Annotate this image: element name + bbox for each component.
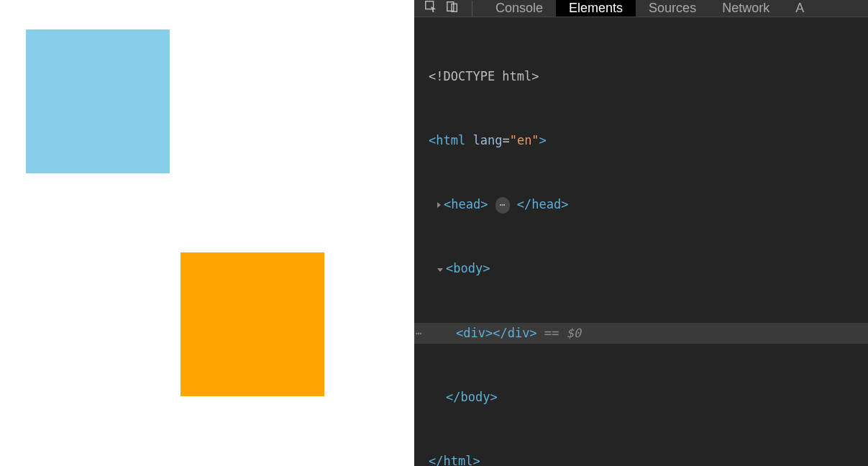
html-close-node[interactable]: </html> <box>414 451 868 466</box>
dom-tree-view[interactable]: <!DOCTYPE html> <html lang="en"> <head> … <box>414 17 868 466</box>
doctype-node[interactable]: <!DOCTYPE html> <box>429 69 539 83</box>
collapsed-ellipsis[interactable]: ⋯ <box>495 197 510 214</box>
inspect-element-icon[interactable] <box>424 0 437 17</box>
toolbar-divider <box>472 1 472 17</box>
expand-icon[interactable] <box>437 202 441 208</box>
box-shadow-projection <box>181 252 324 396</box>
tab-application-partial[interactable]: A <box>782 0 817 17</box>
html-open-node[interactable]: <html lang="en"> <box>414 130 868 152</box>
selected-div-node[interactable]: <div></div> == $0 <box>414 323 868 344</box>
skyblue-div <box>26 29 170 173</box>
head-node[interactable]: <head> ⋯ </head> <box>414 194 868 216</box>
device-toolbar-icon[interactable] <box>446 0 459 17</box>
rendered-page <box>0 0 414 466</box>
body-open-node[interactable]: <body> <box>414 258 868 280</box>
toolbar-icons <box>414 0 483 17</box>
tab-elements[interactable]: Elements <box>556 0 636 17</box>
svg-rect-1 <box>447 2 454 12</box>
tab-sources[interactable]: Sources <box>636 0 709 17</box>
collapse-icon[interactable] <box>437 268 443 272</box>
body-close-node[interactable]: </body> <box>414 387 868 408</box>
devtools-top-tabs: Console Elements Sources Network A <box>414 0 868 17</box>
devtools-panel: Console Elements Sources Network A <!DOC… <box>414 0 868 466</box>
tab-network[interactable]: Network <box>709 0 782 17</box>
tab-console[interactable]: Console <box>483 0 556 17</box>
